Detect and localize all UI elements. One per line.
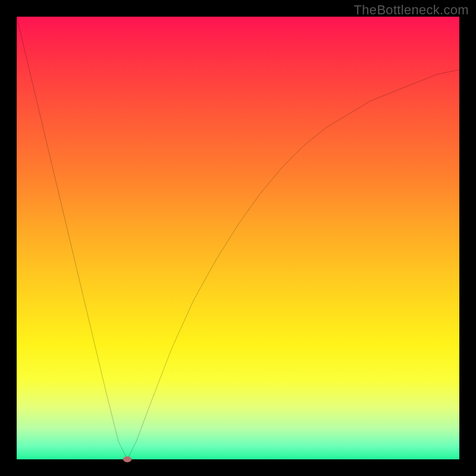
watermark-label: TheBottleneck.com bbox=[354, 2, 469, 18]
chart-frame: TheBottleneck.com bbox=[0, 0, 476, 476]
bottleneck-curve bbox=[17, 17, 459, 459]
plot-area bbox=[17, 17, 459, 459]
minimum-marker bbox=[123, 456, 131, 462]
